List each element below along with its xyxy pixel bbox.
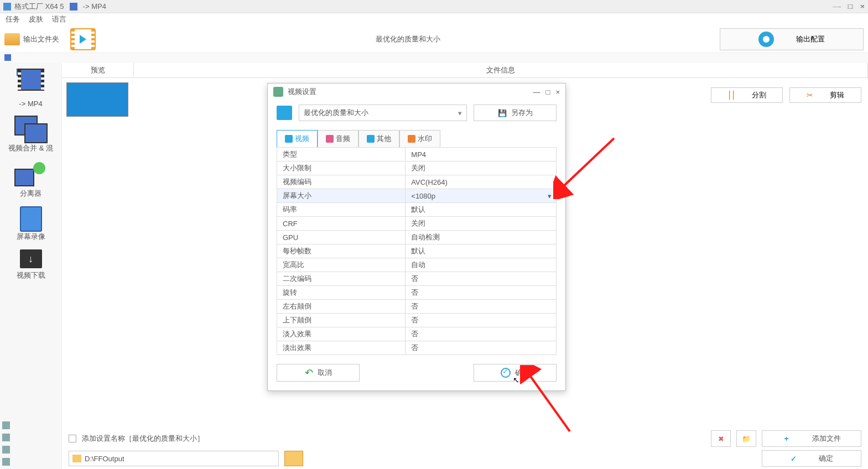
menu-tasks[interactable]: 任务 xyxy=(6,14,20,24)
menu-skin[interactable]: 皮肤 xyxy=(29,14,43,24)
settings-value[interactable]: 否 xyxy=(406,300,557,314)
cancel-label: 取消 xyxy=(318,368,332,378)
mini-icon[interactable] xyxy=(2,446,10,454)
mini-icon[interactable] xyxy=(2,434,10,441)
settings-value[interactable]: <1080p xyxy=(406,189,557,203)
settings-row[interactable]: 每秒帧数默认 xyxy=(277,244,557,258)
settings-value[interactable]: 否 xyxy=(406,327,557,341)
settings-row[interactable]: 左右颠倒否 xyxy=(277,300,557,314)
mini-icon[interactable] xyxy=(2,421,10,429)
sidebar-item-download[interactable]: 视频下载 xyxy=(3,249,59,280)
settings-row[interactable]: GPU自动检测 xyxy=(277,231,557,244)
settings-value[interactable]: 否 xyxy=(406,286,557,300)
settings-key: 淡出效果 xyxy=(277,341,406,355)
settings-table: 类型MP4大小限制关闭视频编码AVC(H264)屏幕大小<1080p码率默认CR… xyxy=(277,147,557,355)
add-setting-label: 添加设置名称［最优化的质量和大小］ xyxy=(82,434,204,444)
gear-icon xyxy=(758,32,774,47)
maximize-icon[interactable]: □ xyxy=(546,88,550,96)
preset-drawer-icon[interactable] xyxy=(277,106,292,120)
output-path-field[interactable]: D:\FFOutput xyxy=(69,451,279,466)
content-tabs: 预览 文件信息 xyxy=(62,63,868,78)
app-title-target: -> MP4 xyxy=(83,2,106,11)
settings-row[interactable]: 淡入效果否 xyxy=(277,327,557,341)
split-icon: ⎮⎮ xyxy=(727,91,735,100)
add-folder-button[interactable]: 📁 xyxy=(736,430,756,447)
audio-icon xyxy=(326,135,334,143)
settings-value[interactable]: MP4 xyxy=(406,148,557,161)
clip-button[interactable]: ✂剪辑 xyxy=(789,87,861,103)
back-arrow-icon: ↶ xyxy=(305,367,313,379)
browse-folder-button[interactable] xyxy=(284,451,303,466)
tab-video[interactable]: 视频 xyxy=(277,130,318,147)
settings-row[interactable]: 淡出效果否 xyxy=(277,341,557,355)
sidebar-item-mp4[interactable]: MP4 -> MP4 xyxy=(3,69,59,108)
sidebar-item-merge[interactable]: 视频合并 & 混 xyxy=(3,116,59,153)
settings-row[interactable]: 上下颠倒否 xyxy=(277,314,557,327)
video-settings-dialog: 视频设置 — □ × 最优化的质量和大小 ▾ 💾 另存为 视频 音频 其他 水印… xyxy=(267,83,566,391)
settings-key: 旋转 xyxy=(277,286,406,300)
settings-row[interactable]: 大小限制关闭 xyxy=(277,161,557,175)
settings-row[interactable]: 旋转否 xyxy=(277,286,557,300)
close-icon[interactable]: × xyxy=(555,88,560,96)
cancel-button[interactable]: ↶取消 xyxy=(277,364,360,382)
tab-audio[interactable]: 音频 xyxy=(318,130,358,147)
settings-row[interactable]: 视频编码AVC(H264) xyxy=(277,175,557,189)
video-thumbnail[interactable] xyxy=(66,82,128,117)
tab-fileinfo[interactable]: 文件信息 xyxy=(134,63,868,77)
settings-value[interactable]: AVC(H264) xyxy=(406,175,557,189)
settings-row[interactable]: 类型MP4 xyxy=(277,148,557,161)
maximize-icon[interactable]: □ xyxy=(848,2,852,11)
settings-row[interactable]: CRF关闭 xyxy=(277,217,557,231)
settings-row[interactable]: 码率默认 xyxy=(277,203,557,217)
menu-language[interactable]: 语言 xyxy=(52,14,66,24)
profile-dropdown[interactable]: 最优化的质量和大小 ▾ xyxy=(299,105,467,121)
settings-key: 视频编码 xyxy=(277,175,406,189)
ok-main-button[interactable]: ✓确定 xyxy=(762,450,861,467)
tab-watermark[interactable]: 水印 xyxy=(399,130,440,147)
output-config-button[interactable]: 输出配置 xyxy=(720,28,864,50)
main-toolbar: 输出文件夹 最优化的质量和大小 输出配置 xyxy=(0,25,868,53)
play-preview-icon[interactable] xyxy=(70,28,96,50)
settings-row[interactable]: 二次编码否 xyxy=(277,272,557,286)
folder-icon xyxy=(72,455,81,462)
settings-value[interactable]: 否 xyxy=(406,341,557,355)
remove-button[interactable]: ✖ xyxy=(711,430,731,447)
settings-value[interactable]: 否 xyxy=(406,272,557,286)
mini-icon[interactable] xyxy=(4,54,11,61)
merge-icon xyxy=(14,116,48,143)
settings-value[interactable]: 否 xyxy=(406,314,557,327)
video-icon xyxy=(285,135,293,143)
dialog-tabs: 视频 音频 其他 水印 xyxy=(277,130,557,147)
save-as-button[interactable]: 💾 另存为 xyxy=(474,105,557,121)
settings-row[interactable]: 屏幕大小<1080p xyxy=(277,189,557,203)
minimize-icon[interactable]: — xyxy=(533,88,540,96)
settings-key: 类型 xyxy=(277,148,406,161)
clip-label: 剪辑 xyxy=(830,90,844,100)
minimize-icon[interactable]: — xyxy=(833,2,840,11)
tab-other[interactable]: 其他 xyxy=(358,130,399,147)
add-setting-checkbox[interactable] xyxy=(69,435,76,442)
settings-key: 屏幕大小 xyxy=(277,189,406,203)
tab-watermark-label: 水印 xyxy=(418,134,432,144)
add-file-button[interactable]: ＋添加文件 xyxy=(762,430,861,447)
close-icon[interactable]: × xyxy=(859,2,864,11)
settings-value[interactable]: 关闭 xyxy=(406,217,557,231)
settings-value[interactable]: 默认 xyxy=(406,244,557,258)
save-as-label: 另存为 xyxy=(511,108,533,118)
split-button[interactable]: ⎮⎮分割 xyxy=(711,87,783,103)
ok-button[interactable]: 确定↖ xyxy=(474,364,557,382)
sidebar-item-label: 视频合并 & 混 xyxy=(3,143,59,153)
settings-value[interactable]: 关闭 xyxy=(406,161,557,175)
mini-icon[interactable] xyxy=(2,458,10,466)
output-folder-button[interactable]: 输出文件夹 xyxy=(4,33,59,45)
sidebar-item-screenrecord[interactable]: 屏幕录像 xyxy=(3,206,59,242)
bottom-toolbar: 添加设置名称［最优化的质量和大小］ ✖ 📁 ＋添加文件 xyxy=(69,430,861,447)
settings-value[interactable]: 默认 xyxy=(406,203,557,217)
settings-value[interactable]: 自动检测 xyxy=(406,231,557,244)
split-label: 分割 xyxy=(752,90,766,100)
settings-row[interactable]: 宽高比自动 xyxy=(277,258,557,272)
tab-preview[interactable]: 预览 xyxy=(62,63,134,77)
tab-video-label: 视频 xyxy=(295,134,309,144)
sidebar-item-demux[interactable]: 分离器 xyxy=(3,161,59,199)
settings-value[interactable]: 自动 xyxy=(406,258,557,272)
